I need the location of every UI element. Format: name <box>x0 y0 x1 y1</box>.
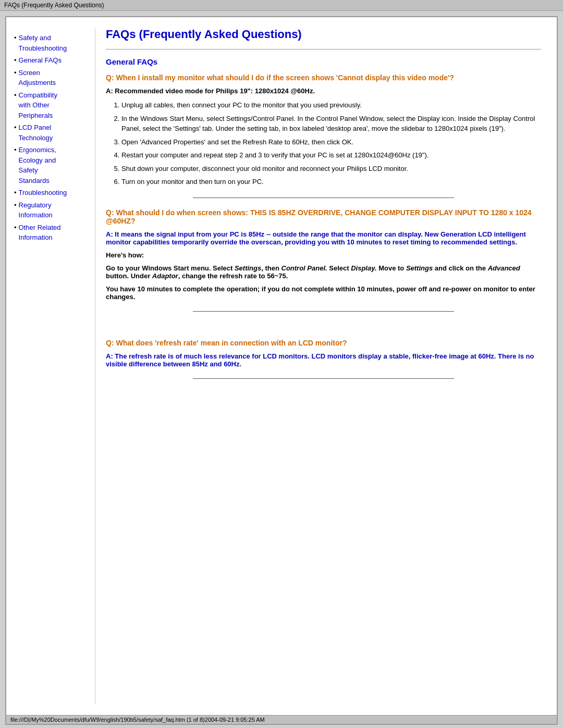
answer-3-blue: A: The refresh rate is of much less rele… <box>106 352 541 368</box>
page-layout: • Safety andTroubleshooting • General FA… <box>6 17 557 715</box>
section-title: General FAQs <box>106 57 541 66</box>
answer-2-para2: You have 10 minutes to complete the oper… <box>106 285 541 301</box>
nav-item-screen: • ScreenAdjustments <box>14 68 90 88</box>
nav-item-lcd: • LCD PanelTechnology <box>14 122 90 143</box>
step-1-3: Open 'Advanced Properties' and set the R… <box>121 137 541 147</box>
nav-item-regulatory: • RegulatoryInformation <box>14 200 90 220</box>
nav-item-troubleshooting: • Troubleshooting <box>14 188 90 198</box>
sidebar: • Safety andTroubleshooting • General FA… <box>11 28 95 705</box>
answer-1-bold: A: Recommended video mode for Philips 19… <box>106 87 541 95</box>
step-1-5: Shut down your computer, disconnect your… <box>121 164 541 174</box>
answer-2-para1: Go to your Windows Start menu. Select Se… <box>106 264 541 280</box>
sidebar-link-general-faqs[interactable]: General FAQs <box>19 55 62 66</box>
nav-item-compatibility: • Compatibilitywith OtherPeripherals <box>14 90 90 121</box>
qa-block-3: Q: What does 'refresh rate' mean in conn… <box>106 339 541 368</box>
qa-block-2: Q: What should I do when screen shows: T… <box>106 208 541 301</box>
sidebar-link-safety[interactable]: Safety andTroubleshooting <box>19 33 67 53</box>
sidebar-link-regulatory[interactable]: RegulatoryInformation <box>19 200 53 220</box>
browser-outer: • Safety andTroubleshooting • General FA… <box>5 16 558 725</box>
page-title: FAQs (Frequently Asked Questions) <box>106 28 541 41</box>
nav-item-ergonomics: • Ergonomics,Ecology andSafetyStandards <box>14 145 90 186</box>
nav-item-general-faqs: • General FAQs <box>14 55 90 66</box>
top-divider <box>106 49 541 50</box>
status-bar-text: file:///D|/My%20Documents/dfu/W9/english… <box>10 717 265 723</box>
status-bar: file:///D|/My%20Documents/dfu/W9/english… <box>6 715 557 724</box>
divider-3 <box>193 378 454 379</box>
divider-1 <box>193 198 454 198</box>
sidebar-link-other[interactable]: Other RelatedInformation <box>19 223 61 243</box>
nav-item-safety: • Safety andTroubleshooting <box>14 33 90 53</box>
question-3: Q: What does 'refresh rate' mean in conn… <box>106 339 541 347</box>
nav-item-other: • Other RelatedInformation <box>14 223 90 243</box>
divider-2 <box>193 311 454 312</box>
sidebar-link-lcd[interactable]: LCD PanelTechnology <box>19 122 53 143</box>
main-content: FAQs (Frequently Asked Questions) Genera… <box>95 28 552 705</box>
steps-list-1: Unplug all cables, then connect your PC … <box>121 100 541 187</box>
sidebar-link-screen[interactable]: ScreenAdjustments <box>19 68 56 88</box>
sidebar-link-ergonomics[interactable]: Ergonomics,Ecology andSafetyStandards <box>19 145 56 186</box>
step-1-2: In the Windows Start Menu, select Settin… <box>121 114 541 134</box>
question-2: Q: What should I do when screen shows: T… <box>106 208 541 225</box>
answer-2-blue: A: It means the signal input from your P… <box>106 230 541 246</box>
qa-block-1: Q: When I install my monitor what should… <box>106 73 541 187</box>
sidebar-link-compatibility[interactable]: Compatibilitywith OtherPeripherals <box>19 90 57 121</box>
question-1: Q: When I install my monitor what should… <box>106 73 541 82</box>
title-bar: FAQs (Frequently Asked Questions) <box>0 0 563 11</box>
sidebar-link-troubleshooting[interactable]: Troubleshooting <box>19 188 67 198</box>
heres-how: Here's how: <box>106 251 541 259</box>
step-1-1: Unplug all cables, then connect your PC … <box>121 100 541 110</box>
title-bar-text: FAQs (Frequently Asked Questions) <box>4 2 104 9</box>
step-1-6: Turn on your monitor and then turn on yo… <box>121 177 541 187</box>
step-1-4: Restart your computer and repeat step 2 … <box>121 150 541 161</box>
